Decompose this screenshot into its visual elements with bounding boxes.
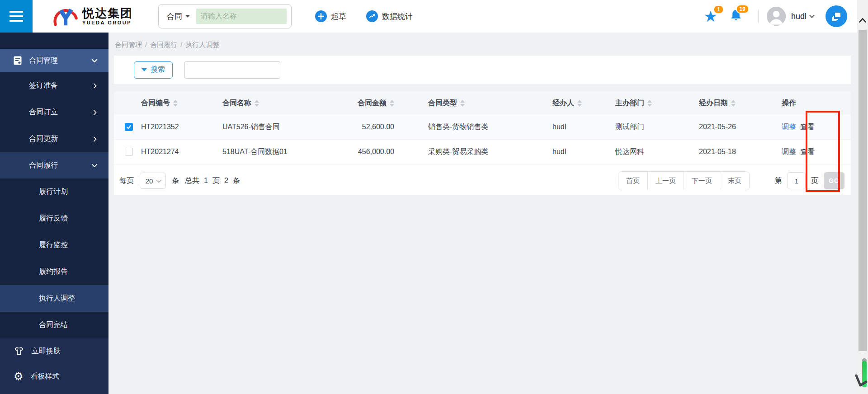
logo-text-cn: 悦达集团 <box>82 7 133 19</box>
per-page-suffix: 条 <box>172 176 179 186</box>
sort-icon[interactable] <box>731 100 736 107</box>
scrollbar-up-arrow[interactable] <box>857 14 868 27</box>
prev-page-button[interactable]: 上一页 <box>647 172 684 190</box>
sort-icon[interactable] <box>647 100 652 107</box>
sidebar-item-contract-management[interactable]: 合同管理 <box>0 49 108 72</box>
notifications-button[interactable]: 19 <box>729 8 743 24</box>
pagination-buttons: 首页 上一页 下一页 末页 <box>618 171 750 190</box>
header-divider <box>758 9 759 23</box>
scrollbar[interactable] <box>857 0 868 394</box>
sidebar-item-change-skin[interactable]: 立即换肤 <box>0 338 108 364</box>
cell-contract-amount: 456,000.00 <box>340 148 394 156</box>
sort-icon[interactable] <box>173 100 178 107</box>
column-header-operations: 操作 <box>782 98 851 108</box>
per-page-select[interactable]: 20 <box>140 173 166 189</box>
column-header-department[interactable]: 主办部门 <box>615 98 699 108</box>
chevron-down-icon <box>185 15 190 18</box>
sort-icon[interactable] <box>255 100 259 107</box>
search-category-dropdown[interactable]: 合同 <box>163 11 196 22</box>
cell-department: 测试部门 <box>615 122 699 132</box>
contracts-table: 合同编号 合同名称 合同金额 合同类型 经办人 主办部门 经办日 <box>114 91 851 166</box>
sidebar-item-performance-monitoring[interactable]: 履行监控 <box>0 232 108 258</box>
hamburger-menu-button[interactable] <box>0 0 33 33</box>
data-statistics-button[interactable]: 数据统计 <box>366 10 413 22</box>
sidebar-item-performance-feedback[interactable]: 履行反馈 <box>0 205 108 232</box>
sort-icon[interactable] <box>390 100 394 107</box>
cell-date: 2021-05-18 <box>699 148 782 156</box>
column-header-date[interactable]: 经办日期 <box>699 98 782 108</box>
chart-circle-icon <box>366 10 378 22</box>
sidebar-item-contract-conclusion[interactable]: 合同订立 <box>0 99 108 126</box>
sidebar-item-executor-adjustment[interactable]: 执行人调整 <box>0 285 108 312</box>
row-checkbox-unchecked[interactable] <box>125 148 133 156</box>
chevron-down-icon <box>156 178 161 183</box>
breadcrumb-item[interactable]: 合同管理 <box>115 41 142 48</box>
breadcrumb-item-current: 执行人调整 <box>185 41 219 48</box>
column-header-contract-type[interactable]: 合同类型 <box>394 98 552 108</box>
favorites-badge: 1 <box>713 5 724 14</box>
last-page-button[interactable]: 末页 <box>720 172 749 190</box>
breadcrumb-item[interactable]: 合同履行 <box>150 41 177 48</box>
global-search: 合同 <box>158 4 292 28</box>
logo-text-en: YUEDA GROUP <box>82 20 133 25</box>
column-header-contract-amount[interactable]: 合同金额 <box>340 98 394 108</box>
cell-contract-code: HT2021274 <box>141 148 222 156</box>
cell-contract-code: HT2021352 <box>141 123 222 131</box>
cell-contract-name: UAT526-销售合同 <box>222 122 340 132</box>
top-header: 悦达集团 YUEDA GROUP 合同 起草 数据统计 ★ <box>0 0 857 33</box>
chevron-down-icon <box>90 161 99 169</box>
total-pages: 1 <box>204 177 208 185</box>
total-items: 2 <box>224 177 228 185</box>
row-checkbox-checked[interactable] <box>125 123 133 131</box>
column-header-contract-name[interactable]: 合同名称 <box>222 98 340 108</box>
user-avatar[interactable] <box>767 7 786 26</box>
chevron-right-icon <box>91 82 99 89</box>
sidebar-item-contract-update[interactable]: 合同更新 <box>0 126 108 152</box>
scrollbar-thumb[interactable] <box>859 30 867 351</box>
contract-management-app: 悦达集团 YUEDA GROUP 合同 起草 数据统计 ★ <box>0 0 868 394</box>
main-content: 合同管理/合同履行/执行人调整 搜索 合同编号 合同名称 合同金额 <box>108 33 857 394</box>
view-link[interactable]: 查看 <box>800 147 815 157</box>
next-page-button[interactable]: 下一页 <box>684 172 720 190</box>
adjust-link[interactable]: 调整 <box>782 122 796 132</box>
page-number-input[interactable]: 1 <box>788 172 806 189</box>
table-row: HT2021352 UAT526-销售合同 52,600.00 销售类-货物销售… <box>114 115 851 140</box>
breadcrumb: 合同管理/合同履行/执行人调整 <box>108 33 857 56</box>
cell-department: 悦达网科 <box>615 147 699 157</box>
adjust-link[interactable]: 调整 <box>782 147 796 157</box>
sidebar-item-performance-report[interactable]: 履约报告 <box>0 258 108 285</box>
chevron-down-icon <box>90 56 99 65</box>
sort-icon[interactable] <box>577 100 582 107</box>
sidebar-item-board-style[interactable]: ⚙ 看板样式 <box>0 364 108 389</box>
tshirt-icon <box>14 346 24 356</box>
dropdown-triangle-icon <box>142 68 147 71</box>
company-logo: 悦达集团 YUEDA GROUP <box>51 4 133 29</box>
sort-icon[interactable] <box>460 100 465 107</box>
table-header-row: 合同编号 合同名称 合同金额 合同类型 经办人 主办部门 经办日 <box>114 91 851 115</box>
sidebar-item-contract-completion[interactable]: 合同完结 <box>0 312 108 338</box>
cell-contract-type: 采购类-贸易采购类 <box>394 147 552 157</box>
column-header-contract-code[interactable]: 合同编号 <box>141 98 222 108</box>
sidebar-item-contract-performance[interactable]: 合同履行 <box>0 152 108 178</box>
notifications-badge: 19 <box>736 5 749 14</box>
view-link[interactable]: 查看 <box>800 122 815 132</box>
chevron-right-icon <box>91 109 99 116</box>
draft-button[interactable]: 起草 <box>315 10 346 22</box>
cell-handler: hudl <box>552 148 615 156</box>
filter-input[interactable] <box>184 61 280 79</box>
global-search-input[interactable] <box>196 9 287 24</box>
sidebar-item-performance-plan[interactable]: 履行计划 <box>0 178 108 205</box>
cell-contract-name: 518UAT-合同数据01 <box>222 147 340 157</box>
cell-handler: hudl <box>552 123 615 131</box>
cell-contract-type: 销售类-货物销售类 <box>394 122 552 132</box>
workspace-switcher-button[interactable] <box>826 5 847 27</box>
jump-prefix: 第 <box>775 176 782 186</box>
column-header-handler[interactable]: 经办人 <box>552 98 615 108</box>
first-page-button[interactable]: 首页 <box>618 172 647 190</box>
user-menu[interactable]: hudl <box>791 12 816 21</box>
search-button[interactable]: 搜索 <box>134 61 173 79</box>
cell-date: 2021-05-26 <box>699 123 782 131</box>
favorites-button[interactable]: ★ 1 <box>703 9 717 24</box>
sidebar-item-signing-preparation[interactable]: 签订准备 <box>0 72 108 99</box>
go-button[interactable]: GO <box>824 172 844 189</box>
